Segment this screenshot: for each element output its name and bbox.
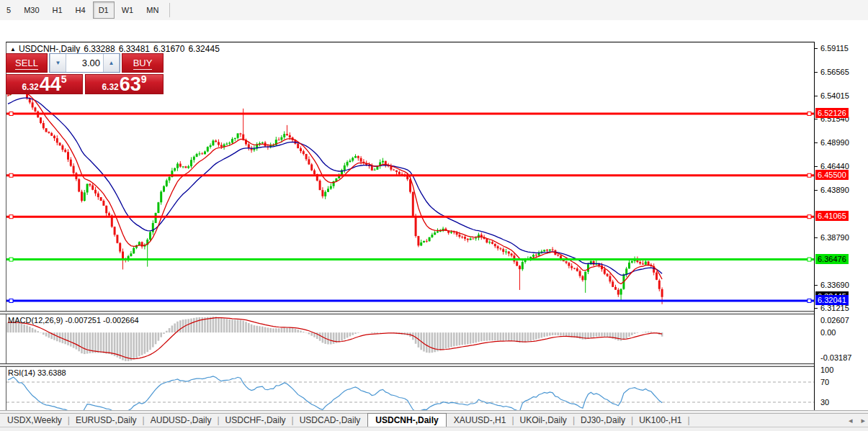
chart-window: ▲USDCNH-,Daily6.332886.334816.316706.324…: [0, 20, 868, 413]
price-tick-mark: [815, 190, 818, 191]
price-tick-label: 6.56565: [820, 68, 849, 76]
level-price-label: 6.41065: [815, 211, 849, 221]
sell-price-display[interactable]: 6.32445: [6, 74, 83, 94]
chart-tabs-bar: USDX,Weekly|EURUSD-,Daily|AUDUSD-,Daily|…: [0, 413, 868, 427]
tab-audusd-daily[interactable]: AUDUSD-,Daily: [143, 414, 219, 427]
volume-spinner: ▼ 3.00 ▲: [49, 53, 120, 73]
level-price-label: 6.32041: [815, 295, 849, 305]
timeframe-m30[interactable]: M30: [18, 1, 45, 19]
mt4-window: 5M30H1H4D1W1MN ▲USDCNH-,Daily6.332886.33…: [0, 0, 868, 431]
sell-button[interactable]: SELL: [6, 53, 48, 73]
price-tick-label: 6.54015: [820, 91, 849, 100]
buy-price-big: 63: [120, 76, 141, 93]
price-tick-label: 6.43890: [820, 186, 849, 194]
sell-price-prefix: 6.32: [22, 81, 38, 93]
timeframe-5[interactable]: 5: [1, 1, 17, 19]
collapse-panel-icon[interactable]: ▲: [10, 46, 16, 53]
low-value: 6.31670: [153, 44, 184, 54]
macd-axis-zero: 0.00: [820, 328, 836, 337]
price-tick-mark: [815, 142, 818, 143]
rsi-label: RSI(14) 33.6388: [8, 368, 66, 377]
timeframe-d1[interactable]: D1: [93, 1, 115, 19]
sell-price-sup: 5: [61, 75, 67, 83]
tab-dj30-daily[interactable]: DJ30-,Daily: [573, 414, 632, 427]
rsi-axis-30: 30: [820, 398, 829, 407]
tab-separator: |: [688, 415, 690, 425]
rsi-axis-100: 100: [820, 366, 833, 374]
chart-title: ▲USDCNH-,Daily6.332886.334816.316706.324…: [10, 44, 223, 54]
buy-price-display[interactable]: 6.32639: [85, 74, 164, 94]
price-tick-mark: [815, 166, 818, 167]
macd-axis-max: 0.02607: [820, 316, 849, 325]
sell-button-label: SELL: [15, 58, 38, 70]
price-tick-mark: [815, 119, 818, 119]
tab-eurusd-daily[interactable]: EURUSD-,Daily: [68, 414, 144, 427]
toolbar-separator: [169, 3, 170, 17]
price-tick-mark: [815, 285, 818, 286]
price-tick-mark: [815, 308, 818, 309]
tab-scroll-arrows: ◂▸: [840, 416, 865, 425]
timeframe-h1[interactable]: H1: [47, 1, 68, 19]
rsi-axis-70: 70: [820, 378, 829, 386]
sell-price-big: 44: [40, 76, 61, 93]
timeframe-w1[interactable]: W1: [116, 1, 140, 19]
price-tick-label: 6.59115: [820, 44, 849, 53]
level-price-label: 6.52126: [815, 108, 849, 118]
tab-ukoil-daily[interactable]: UKOil-,Daily: [513, 414, 574, 427]
volume-decrease-button[interactable]: ▼: [50, 54, 66, 72]
price-tick-mark: [815, 96, 818, 96]
level-price-label: 6.36476: [815, 254, 849, 264]
high-value: 6.33481: [119, 44, 150, 54]
tab-usdcnh-daily[interactable]: USDCNH-,Daily: [367, 413, 446, 427]
status-strip: [0, 427, 868, 431]
tab-xauusd-h1[interactable]: XAUUSD-,H1: [447, 414, 514, 427]
price-tick-label: 6.48990: [820, 138, 849, 147]
volume-input[interactable]: 3.00: [66, 54, 103, 72]
buy-price-sup: 9: [141, 75, 147, 83]
price-tick-mark: [815, 48, 818, 49]
price-tick-mark: [815, 72, 818, 73]
price-tick-mark: [815, 237, 818, 238]
macd-label: MACD(12,26,9) -0.007251 -0.002664: [8, 316, 139, 325]
timeframe-toolbar: 5M30H1H4D1W1MN: [0, 0, 868, 21]
buy-button-label: BUY: [133, 58, 153, 70]
tab-usdx-weekly[interactable]: USDX,Weekly: [0, 414, 69, 427]
tab-usdchf-daily[interactable]: USDCHF-,Daily: [218, 414, 293, 427]
tab-usdcad-daily[interactable]: USDCAD-,Daily: [292, 414, 368, 427]
macd-axis-min: -0.03187: [820, 353, 851, 362]
open-value: 6.33288: [84, 44, 115, 54]
buy-button[interactable]: BUY: [122, 53, 164, 73]
timeframe-h4[interactable]: H4: [70, 1, 91, 19]
close-value: 6.32445: [188, 44, 219, 54]
price-tick-label: 6.33690: [820, 281, 849, 289]
volume-increase-button[interactable]: ▲: [103, 54, 120, 72]
tab-scroll-right-icon[interactable]: ▸: [861, 416, 865, 425]
one-click-trading-panel: SELL ▼ 3.00 ▲ BUY 6.32445 6.32639: [6, 53, 164, 94]
tab-scroll-left-icon[interactable]: ◂: [849, 416, 853, 425]
timeframe-mn[interactable]: MN: [140, 1, 164, 19]
tab-uk100-h1[interactable]: UK100-,H1: [632, 414, 689, 427]
price-tick-label: 6.38790: [820, 233, 849, 242]
level-price-label: 6.45500: [815, 170, 849, 180]
price-axis[interactable]: 6.591156.565656.540156.515406.489906.464…: [814, 42, 868, 417]
buy-price-prefix: 6.32: [102, 81, 118, 93]
symbol-period-label: USDCNH-,Daily: [19, 44, 80, 54]
